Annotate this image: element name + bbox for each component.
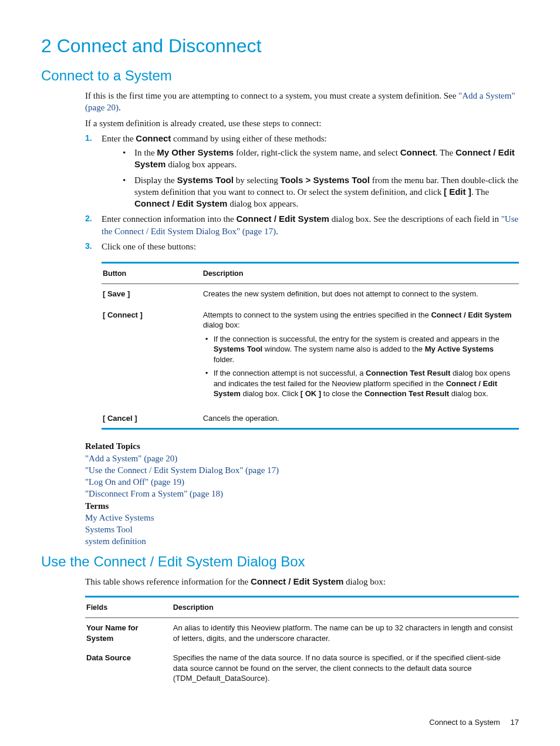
cell-desc-connect: Attempts to connect to the system using … [202,304,519,407]
terms-header: Terms [85,500,519,512]
text: If the connection attempt is not success… [214,369,366,377]
text: dialog box appears. [166,160,237,169]
bold: Connect / Edit System [431,310,511,319]
bullet: Display the Systems Tool by selecting To… [123,174,519,210]
intro-paragraph-1: If this is the first time you are attemp… [85,90,519,114]
cell-field-desc: An alias to identify this Neoview platfo… [172,617,519,648]
cell-field-datasource: Data Source [85,648,172,688]
cell-field-desc: Specifies the name of the data source. I… [172,648,519,688]
section2-intro: This table shows reference information f… [85,576,519,588]
step-number: 2. [85,213,92,224]
cell-button-cancel: [ Cancel ] [102,407,202,429]
text: dialog box. [449,389,488,398]
bold: Connect [136,133,171,143]
text: dialog box. Click [241,389,301,398]
text: . [276,227,278,236]
text: dialog box: [343,577,386,586]
text: In the [134,148,157,157]
link-log-on-off[interactable]: "Log On and Off" (page 19) [85,477,184,487]
table-row: [ Cancel ] Cancels the operation. [102,407,519,429]
text: . The [471,187,490,197]
link-add-system-2[interactable]: "Add a System" (page 20) [85,454,177,463]
col-header-fields: Fields [85,596,172,617]
table-row: [ Save ] Creates the new system definiti… [102,284,519,304]
col-header-button: Button [102,263,202,284]
text: If this is the first time you are attemp… [85,91,458,100]
bold: My Active Systems [425,345,494,353]
cell-desc-save: Creates the new system definition, but d… [202,284,519,304]
text: . [119,103,121,112]
cell-field-name: Your Name for System [85,617,172,648]
footer-section: Connect to a System [429,718,500,727]
bold: Connection Test Result [365,389,449,398]
text: Enter connection information into the [102,214,237,224]
table-row: [ Connect ] Attempts to connect to the s… [102,304,519,407]
cell-button-connect: [ Connect ] [102,304,202,407]
table-row: Your Name for System An alias to identif… [85,617,519,648]
term-my-active[interactable]: My Active Systems [85,513,154,522]
text: folder. [214,355,234,364]
fields-table: Fields Description Your Name for System … [85,596,519,688]
step-2: 2. Enter connection information into the… [85,213,519,237]
step-number: 3. [85,241,92,252]
text: dialog box. See the descriptions of each… [329,214,501,224]
related-header: Related Topics [85,440,519,452]
col-header-description: Description [202,263,519,284]
bold: Connect / Edit System [251,576,343,586]
step-1: 1. Enter the Connect command by using ei… [85,133,519,210]
page-number: 17 [511,718,519,727]
text: dialog box appears. [227,199,298,208]
term-systems-tool[interactable]: Systems Tool [85,525,133,534]
term-system-def[interactable]: system definition [85,536,146,546]
text: window. The system name also is added to… [262,345,425,353]
page-footer: Connect to a System 17 [41,718,519,727]
bullet: If the connection is successful, the ent… [203,334,514,365]
text: Enter the [102,134,136,143]
text: by selecting [234,175,281,185]
link-disconnect[interactable]: "Disconnect From a System" (page 18) [85,489,223,498]
related-topics: Related Topics "Add a System" (page 20) … [85,440,519,547]
bold: My Other Systems [157,147,234,157]
table-row: Data Source Specifies the name of the da… [85,648,519,688]
bold: Connection Test Result [366,369,450,377]
bold: Connect [400,147,436,157]
cell-desc-cancel: Cancels the operation. [202,407,519,429]
text: This table shows reference information f… [85,577,251,586]
text: to close the [321,389,365,398]
bullet: In the My Other Systems folder, right-cl… [123,147,519,171]
col-header-description: Description [172,596,519,617]
text: dialog box: [203,320,240,329]
text: Click one of these buttons: [102,242,196,251]
text: command by using either of these methods… [171,134,326,143]
link-use-dialog-2[interactable]: "Use the Connect / Edit System Dialog Bo… [85,465,279,475]
section-connect-title: Connect to a System [41,67,519,84]
bold: Connect / Edit System [237,214,329,224]
step-3: 3. Click one of these buttons: [85,241,519,252]
bold: [ Edit ] [444,187,471,197]
step-number: 1. [85,133,92,144]
buttons-table: Button Description [ Save ] Creates the … [102,262,519,430]
text: . The [436,148,456,157]
text: If the connection is successful, the ent… [214,335,500,343]
cell-button-save: [ Save ] [102,284,202,304]
intro-paragraph-2: If a system definition is already create… [85,117,519,129]
section-dialog-title: Use the Connect / Edit System Dialog Box [41,553,519,570]
text: Display the [134,175,177,185]
bold: Tools > Systems Tool [281,175,370,185]
bold: Systems Tool [177,175,234,185]
page-title: 2 Connect and Disconnect [41,35,519,57]
text: Attempts to connect to the system using … [203,310,431,319]
text: folder, right-click the system name, and… [234,148,400,157]
bold: [ OK ] [301,389,321,398]
bold: Connect / Edit System [134,198,227,208]
bullet: If the connection attempt is not success… [203,368,514,399]
bold: Systems Tool [214,345,263,353]
